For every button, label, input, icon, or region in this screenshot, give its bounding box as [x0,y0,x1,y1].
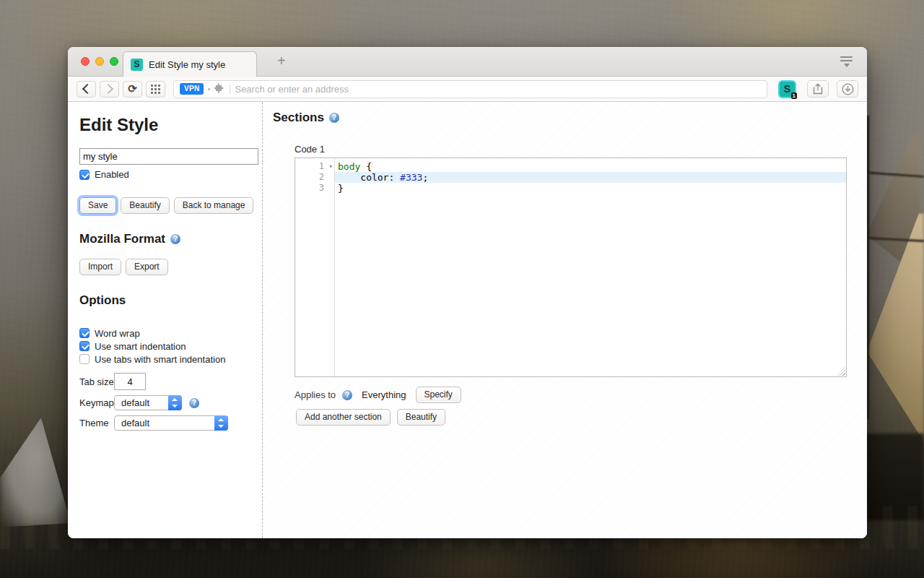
tab-menu-icon[interactable] [840,56,853,67]
tab-size-label: Tab size [79,376,114,387]
active-tab[interactable]: S Edit Style my style [123,51,257,77]
stylish-favicon: S [131,59,143,71]
page-title: Edit Style [79,115,250,135]
theme-row: Theme default [79,415,250,431]
tab-size-input[interactable] [114,373,146,390]
sections-heading: Sections [273,111,867,125]
select-arrows-icon [168,395,182,410]
word-wrap-checkbox[interactable] [79,328,90,338]
code-text: } [334,183,846,194]
address-separator [230,84,230,95]
keymap-select[interactable]: default [114,395,182,410]
mozilla-buttons: Import Export [79,259,250,275]
section-beautify-button[interactable]: Beautify [397,409,445,426]
sections-pane: Sections Code 1 1▾body {2 color: #333;3}… [263,102,867,538]
reload-button[interactable]: ⟳ [123,81,142,98]
vpn-badge[interactable]: VPN [180,83,204,95]
keymap-label: Keymap [79,397,114,408]
gutter-divider [334,158,335,376]
resize-grip-icon[interactable] [837,367,845,376]
option-row: Use tabs with smart indentation [79,353,250,366]
tab-size-row: Tab size [79,373,250,390]
downloads-button[interactable] [837,80,858,98]
code-text: color: #333; [334,172,846,183]
back-button[interactable] [77,81,96,98]
address-bar[interactable]: VPN Search or enter an address [173,80,767,98]
line-number[interactable]: 3 [295,183,334,194]
code-text: body { [334,161,846,172]
select-arrows-icon [214,415,228,431]
help-icon[interactable] [342,390,352,400]
line-number[interactable]: 2 [295,172,334,183]
separator-dot [208,88,210,90]
enabled-row: Enabled [79,169,250,180]
help-icon[interactable] [170,234,180,244]
minimize-window-button[interactable] [95,57,104,66]
specify-button[interactable]: Specify [416,387,461,403]
stylish-extension-button[interactable]: S 1 [780,82,795,97]
enabled-label: Enabled [95,169,129,180]
download-icon [842,83,854,95]
import-button[interactable]: Import [79,259,121,275]
code-section: Code 1 1▾body {2 color: #333;3} [295,144,867,377]
page-content: Edit Style Enabled Save Beautify Back to… [68,102,867,538]
help-icon[interactable] [189,398,199,408]
keymap-row: Keymap default [79,395,250,410]
add-another-section-button[interactable]: Add another section [296,409,391,426]
edit-style-panel: Edit Style Enabled Save Beautify Back to… [68,102,263,538]
applies-to-label: Applies to [295,389,336,400]
stylish-extension-icon: S [784,83,790,95]
close-window-button[interactable] [81,57,90,66]
tabs-smart-indent-checkbox[interactable] [79,354,90,364]
browser-toolbar: ⟳ VPN Search or enter an address S 1 [68,77,867,102]
style-name-input[interactable] [79,148,258,165]
applies-to-row: Applies to Everything Specify [295,387,867,403]
primary-buttons: Save Beautify Back to manage [79,197,250,214]
back-to-manage-button[interactable]: Back to manage [174,197,254,214]
browser-window: S Edit Style my style + ⟳ VPN Search or … [68,47,867,538]
options-heading: Options [79,293,250,308]
speed-dial-button[interactable] [146,81,165,98]
address-placeholder: Search or enter an address [235,84,349,95]
code-line[interactable]: 1▾body { [295,161,846,172]
grid-icon [151,85,160,94]
enabled-checkbox[interactable] [79,170,90,180]
save-button[interactable]: Save [79,197,116,214]
theme-label: Theme [79,418,114,428]
fold-arrow-icon[interactable]: ▾ [329,161,333,172]
tab-title: Edit Style my style [149,59,225,70]
back-icon [82,84,92,94]
extension-puzzle-icon[interactable] [214,82,225,96]
forward-button[interactable] [100,81,119,98]
code-line[interactable]: 3} [295,183,846,194]
code-line[interactable]: 2 color: #333; [295,172,846,183]
code-editor[interactable]: 1▾body {2 color: #333;3} [295,158,847,377]
zoom-window-button[interactable] [110,57,118,66]
tab-bar: S Edit Style my style + [68,47,867,77]
applies-to-value: Everything [362,389,406,400]
export-button[interactable]: Export [126,259,168,275]
new-tab-button[interactable]: + [277,53,286,69]
extension-badge: 1 [791,92,797,99]
mozilla-format-heading: Mozilla Format [79,232,250,246]
option-row: Word wrap [79,327,250,340]
smart-indent-checkbox[interactable] [79,341,90,351]
reload-icon: ⟳ [128,83,137,94]
section-buttons: Add another section Beautify [296,409,867,426]
beautify-button[interactable]: Beautify [121,197,169,214]
option-row: Use smart indentation [79,340,250,353]
share-icon [813,83,823,95]
code-label: Code 1 [295,144,867,155]
theme-select[interactable]: default [114,415,228,431]
window-controls [81,57,118,66]
help-icon[interactable] [329,113,339,123]
forward-icon [103,84,113,94]
options-checkboxes: Word wrap Use smart indentation Use tabs… [79,327,250,366]
share-button[interactable] [807,80,829,98]
line-number[interactable]: 1▾ [295,161,334,172]
